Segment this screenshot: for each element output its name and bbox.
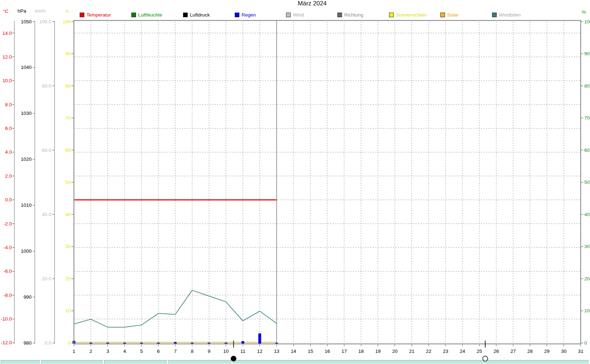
pressure-tick-label: 990 <box>23 294 32 300</box>
percent-tick-label: 80 <box>584 83 590 89</box>
pressure-tick-label: 1000 <box>21 248 32 254</box>
pressure-tick-label: 1030 <box>21 111 32 116</box>
pressure-tick-label: 1050 <box>21 19 32 24</box>
percent-tick-label: 60 <box>584 148 590 153</box>
day-label: 8 <box>191 349 194 354</box>
day-label: 27 <box>510 349 516 354</box>
percent-tick-label: 70 <box>584 115 590 121</box>
day-label: 25 <box>477 349 482 354</box>
sunshine-tick-label: 0 <box>68 340 71 346</box>
day-label: 14 <box>291 349 296 354</box>
day-label: 7 <box>174 349 177 354</box>
percent-tick-label: 40 <box>584 212 590 217</box>
temp-tick-label: 8.0 <box>5 102 12 107</box>
day-label: 31 <box>578 349 583 354</box>
pressure-tick-label: 1040 <box>21 65 32 70</box>
temp-tick-label: 4.0 <box>5 149 12 155</box>
temp-tick-label: 10.0 <box>3 78 12 83</box>
sunshine-tick-label: 60 <box>65 148 71 153</box>
day-label: 5 <box>140 349 143 354</box>
sunshine-tick-label: 80 <box>65 83 71 89</box>
wind-tick-label: 60.0 <box>42 148 51 153</box>
wind-tick-label: 40.0 <box>42 212 51 217</box>
temp-tick-label: 6.0 <box>5 126 12 131</box>
sunshine-tick-label: 20 <box>65 276 71 281</box>
day-label: 13 <box>274 349 279 354</box>
percent-tick-label: 100 <box>584 19 590 24</box>
pressure-tick-label: 1020 <box>21 157 32 162</box>
day-label: 16 <box>324 349 330 354</box>
sunshine-tick-label: 30 <box>65 244 71 249</box>
day-label: 28 <box>527 349 533 354</box>
day-label: 12 <box>257 349 262 354</box>
sunshine-tick-label: 100 <box>62 19 71 24</box>
day-label: 15 <box>308 349 313 354</box>
temp-tick-label: -6.0 <box>4 269 12 274</box>
day-label: 20 <box>392 349 398 354</box>
new-moon-icon <box>231 356 236 361</box>
day-label: 6 <box>157 349 160 354</box>
sunshine-tick-label: 10 <box>65 308 71 313</box>
day-label: 29 <box>544 349 549 354</box>
day-label: 4 <box>123 349 126 354</box>
temp-tick-label: -2.0 <box>4 221 12 227</box>
pressure-tick-label: 1010 <box>21 202 32 208</box>
day-label: 22 <box>426 349 431 354</box>
wind-tick-label: 0.0 <box>45 340 51 346</box>
percent-tick-label: 10 <box>584 308 590 313</box>
temp-tick-label: -12.0 <box>1 340 12 345</box>
temp-tick-label: -4.0 <box>4 245 12 250</box>
temp-tick-label: -10.0 <box>1 316 12 322</box>
wind-tick-label: 80.0 <box>42 83 51 89</box>
day-label: 10 <box>223 349 229 354</box>
day-label: 26 <box>493 349 499 354</box>
day-label: 23 <box>443 349 448 354</box>
sunshine-tick-label: 50 <box>65 179 71 185</box>
chart-canvas: 14.012.010.08.06.04.02.00.0-2.0-4.0-6.0-… <box>0 0 590 364</box>
day-label: 11 <box>240 349 245 354</box>
percent-tick-label: 50 <box>584 179 590 185</box>
sunshine-tick-label: 70 <box>65 115 71 121</box>
percent-tick-label: 20 <box>584 276 590 281</box>
day-label: 30 <box>561 349 566 354</box>
day-label: 24 <box>460 349 465 354</box>
wind-tick-label: 20.0 <box>42 276 51 281</box>
percent-tick-label: 0 <box>584 340 587 346</box>
day-label: 1 <box>72 349 75 354</box>
plot-border <box>74 20 581 344</box>
day-label: 2 <box>89 349 92 354</box>
percent-tick-label: 90 <box>584 51 590 56</box>
day-label: 17 <box>342 349 347 354</box>
rain-bar <box>258 333 261 344</box>
sunshine-tick-label: 40 <box>65 212 71 217</box>
sunshine-tick-label: 90 <box>65 51 71 56</box>
temp-tick-label: 14.0 <box>3 31 12 36</box>
pressure-tick-label: 980 <box>23 340 32 346</box>
wind-tick-label: 100.0 <box>39 19 51 24</box>
day-label: 19 <box>375 349 381 354</box>
temp-tick-label: 0.0 <box>5 197 12 202</box>
temp-tick-label: 2.0 <box>5 173 12 179</box>
day-label: 21 <box>409 349 415 354</box>
day-label: 3 <box>106 349 109 354</box>
day-label: 18 <box>359 349 364 354</box>
full-moon-icon <box>483 356 488 361</box>
rain-bar <box>242 341 244 344</box>
percent-tick-label: 30 <box>584 244 590 249</box>
temp-tick-label: 12.0 <box>3 54 12 60</box>
temp-tick-label: -8.0 <box>4 293 12 298</box>
day-label: 9 <box>208 349 211 354</box>
